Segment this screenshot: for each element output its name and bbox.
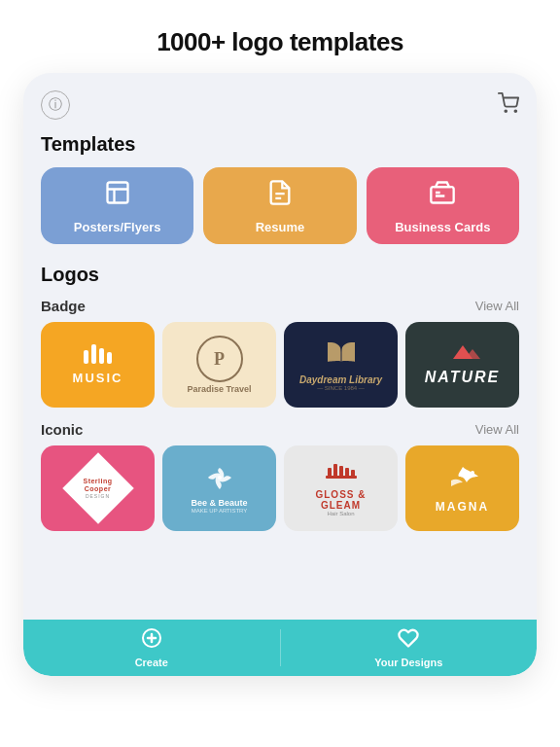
daydream-name: Daydream Library [299,374,382,385]
business-icon [429,179,456,212]
svg-rect-11 [107,352,112,364]
logo-card-magna[interactable]: MAGNA [405,445,519,531]
logo-card-paradise[interactable]: P Paradise Travel [162,322,276,408]
svg-rect-18 [333,464,337,478]
iconic-view-all[interactable]: View All [475,422,519,437]
templates-row: Posters/Flyers Resume [41,167,519,244]
nature-label: NATURE [425,369,500,386]
template-card-posters[interactable]: Posters/Flyers [41,167,193,244]
gloss-sub: Hair Salon [327,511,354,516]
nav-create[interactable]: Create [23,620,280,676]
resume-icon [266,179,294,212]
your-designs-icon [398,627,419,654]
top-bar: ⓘ [41,90,519,120]
bee-sub: MAKE UP ARTISTRY [192,508,248,514]
logo-card-daydream[interactable]: Daydream Library — SINCE 1984 — [284,322,398,408]
posters-label: Posters/Flyers [74,220,161,234]
create-label: Create [135,657,168,668]
iconic-title: Iconic [41,421,83,438]
template-card-business[interactable]: Business Cards [367,167,519,244]
badge-view-all[interactable]: View All [475,299,519,313]
svg-rect-10 [99,348,104,364]
bottom-nav: Create Your Designs [23,620,537,676]
svg-point-0 [505,110,507,112]
nav-your-designs[interactable]: Your Designs [281,620,538,676]
create-icon [141,627,162,654]
page-title: 1000+ logo templates [19,27,541,57]
info-icon[interactable]: ⓘ [41,90,70,120]
svg-rect-9 [91,344,96,364]
svg-rect-17 [328,468,332,478]
logo-card-gloss[interactable]: GLOSS &GLEAM Hair Salon [284,445,398,531]
logo-card-nature[interactable]: NATURE [405,322,519,408]
iconic-row-header: Iconic View All [41,421,519,438]
logos-section-title: Logos [41,264,519,286]
music-label: MUSIC [73,371,123,385]
resume-label: Resume [256,220,305,234]
gloss-arch-icon [324,460,359,487]
badge-logo-row: MUSIC P Paradise Travel Daydream Library… [41,322,519,408]
badge-title: Badge [41,298,86,314]
sterling-diamond-container: SterlingCooper DESIGN [67,457,129,519]
logo-card-bee[interactable]: Bee & Beaute MAKE UP ARTISTRY [162,445,276,531]
your-designs-label: Your Designs [374,657,442,668]
header: 1000+ logo templates [0,0,560,73]
svg-point-22 [471,471,474,475]
magna-label: MAGNA [436,500,489,514]
templates-section-title: Templates [41,133,519,156]
cart-icon[interactable] [498,92,519,119]
daydream-book-icon [326,338,357,373]
gloss-name: GLOSS &GLEAM [315,489,366,511]
svg-point-1 [514,110,516,112]
daydream-sub: — SINCE 1984 — [317,385,365,391]
sterling-text: SterlingCooper DESIGN [83,478,112,500]
bee-name: Bee & Beaute [191,498,247,508]
svg-rect-2 [107,183,127,203]
template-card-resume[interactable]: Resume [203,167,356,244]
paradise-name: Paradise Travel [187,384,251,394]
svg-rect-8 [84,350,88,364]
nature-mountain-icon [445,343,480,365]
magna-bird-icon [443,463,482,498]
logo-card-sterling[interactable]: SterlingCooper DESIGN [41,445,155,531]
logos-section: Logos Badge View All MUSIC [41,264,519,531]
music-bars-icon [84,344,113,369]
svg-point-15 [218,476,222,480]
badge-row-header: Badge View All [41,298,519,314]
bee-triskelion-icon [206,464,233,495]
svg-rect-19 [339,466,343,478]
svg-rect-20 [345,468,349,478]
paradise-monogram: P [196,336,243,382]
business-label: Business Cards [395,220,490,234]
svg-rect-21 [351,470,355,478]
app-card: ⓘ Templates Posters/Flyers [23,73,537,676]
posters-icon [104,179,131,212]
logo-card-music[interactable]: MUSIC [41,322,155,408]
iconic-logo-row: SterlingCooper DESIGN Bee & Beaute MAKE … [41,445,519,531]
